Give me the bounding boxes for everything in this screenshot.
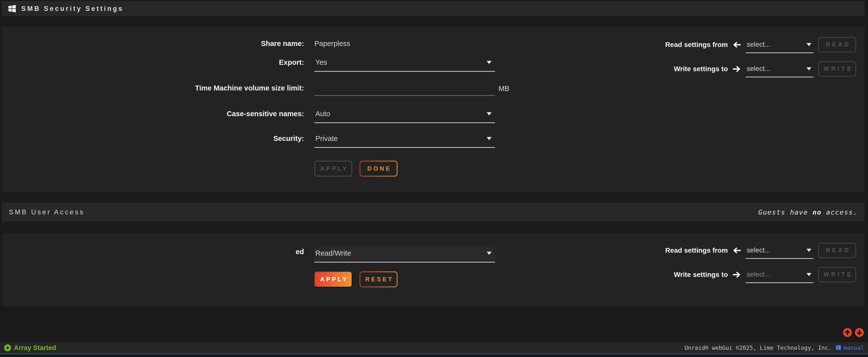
write-button[interactable]: WRITE	[818, 267, 856, 282]
case-sensitive-row: Case-sensitive names: Auto	[2, 109, 495, 123]
caret-down-icon	[806, 249, 811, 252]
smb-user-access-panel: ed Read/Write APPLY RESET Read settings …	[2, 233, 865, 306]
apply-button[interactable]: APPLY	[314, 271, 352, 287]
arrow-left-icon	[733, 247, 741, 254]
read-settings-label: Read settings from	[665, 246, 728, 255]
footer-bar: Array Started Unraid® webGui ©2025, Lime…	[0, 342, 868, 354]
caret-down-icon	[487, 137, 492, 140]
caret-down-icon	[806, 67, 811, 70]
array-status-text: Array Started	[14, 344, 56, 352]
caret-down-icon	[487, 112, 492, 115]
windows-icon	[8, 4, 16, 13]
apply-button[interactable]: APPLY	[314, 161, 352, 177]
case-sensitive-select[interactable]: Auto	[314, 109, 495, 123]
page-title: SMB Security Settings	[21, 5, 124, 12]
user-name-label: ed	[2, 247, 304, 256]
time-machine-input[interactable]	[314, 84, 495, 94]
read-settings-label: Read settings from	[665, 41, 728, 49]
reset-button[interactable]: RESET	[360, 271, 397, 287]
read-settings-select[interactable]: select...	[746, 246, 813, 259]
smb-security-panel: Share name: Paperpless Export: Yes Time …	[2, 26, 865, 192]
scroll-to-top-button[interactable]	[843, 328, 852, 337]
manual-link[interactable]: manual	[835, 345, 864, 351]
write-button[interactable]: WRITE	[818, 61, 856, 77]
read-settings-select-value: select...	[747, 40, 770, 49]
time-machine-row: Time Machine volume size limit: MB	[2, 84, 509, 96]
scroll-to-bottom-button[interactable]	[855, 328, 864, 337]
scroll-arrows	[843, 328, 864, 337]
export-label: Export:	[2, 58, 304, 66]
arrow-right-icon	[733, 65, 741, 72]
play-circle-icon	[4, 344, 11, 352]
time-machine-label: Time Machine volume size limit:	[2, 84, 304, 92]
write-settings-row: Write settings to select... WRITE	[674, 266, 856, 283]
export-select-value: Yes	[315, 58, 327, 66]
write-settings-label: Write settings to	[674, 271, 728, 279]
copyright-text: Unraid® webGui ©2025, Lime Technology, I…	[684, 345, 831, 351]
user-access-select[interactable]: Read/Write	[314, 247, 495, 263]
done-button[interactable]: DONE	[360, 161, 397, 177]
user-access-row: ed Read/Write	[2, 247, 495, 263]
time-machine-unit: MB	[498, 84, 509, 93]
security-row: Security: Private	[2, 134, 495, 148]
write-settings-select[interactable]: select...	[746, 270, 813, 283]
case-sensitive-select-value: Auto	[315, 110, 330, 118]
share-name-label: Share name:	[2, 39, 304, 48]
array-status: Array Started	[4, 344, 56, 352]
smb-user-access-heading: SMB User Access	[9, 208, 85, 216]
write-settings-label: Write settings to	[674, 65, 728, 73]
book-icon	[835, 345, 842, 351]
security-select[interactable]: Private	[314, 134, 495, 148]
read-settings-row: Read settings from select... READ	[665, 242, 856, 259]
export-select[interactable]: Yes	[314, 58, 495, 72]
user-access-select-value: Read/Write	[315, 249, 351, 257]
guests-access-note: Guests have no access.	[758, 208, 858, 216]
caret-down-icon	[487, 61, 492, 64]
manual-link-label: manual	[843, 345, 864, 351]
write-settings-select-value: select...	[747, 270, 770, 278]
read-button[interactable]: READ	[818, 243, 856, 258]
write-settings-select-value: select...	[747, 65, 770, 73]
done-button-label: DONE	[360, 161, 397, 176]
write-settings-row: Write settings to select... WRITE	[674, 60, 856, 78]
export-row: Export: Yes	[2, 58, 495, 72]
reset-button-label: RESET	[360, 272, 397, 287]
read-button[interactable]: READ	[818, 37, 856, 52]
time-machine-input-underline	[314, 84, 495, 96]
share-name-value: Paperpless	[314, 39, 350, 48]
case-sensitive-label: Case-sensitive names:	[2, 109, 304, 118]
security-select-value: Private	[315, 135, 338, 143]
read-settings-select-value: select...	[747, 246, 770, 254]
security-label: Security:	[2, 134, 304, 143]
arrow-right-icon	[733, 271, 741, 278]
smb-user-access-bar: SMB User Access Guests have no access.	[2, 203, 865, 221]
caret-down-icon	[487, 252, 492, 255]
bottom-strip	[0, 354, 868, 357]
read-settings-select[interactable]: select...	[746, 40, 813, 53]
share-name-row: Share name: Paperpless	[2, 39, 350, 48]
read-settings-row: Read settings from select... READ	[665, 36, 856, 53]
arrow-left-icon	[733, 41, 741, 48]
caret-down-icon	[806, 43, 811, 46]
write-settings-select[interactable]: select...	[746, 65, 813, 78]
title-bar: SMB Security Settings	[2, 1, 865, 16]
caret-down-icon	[806, 273, 811, 276]
